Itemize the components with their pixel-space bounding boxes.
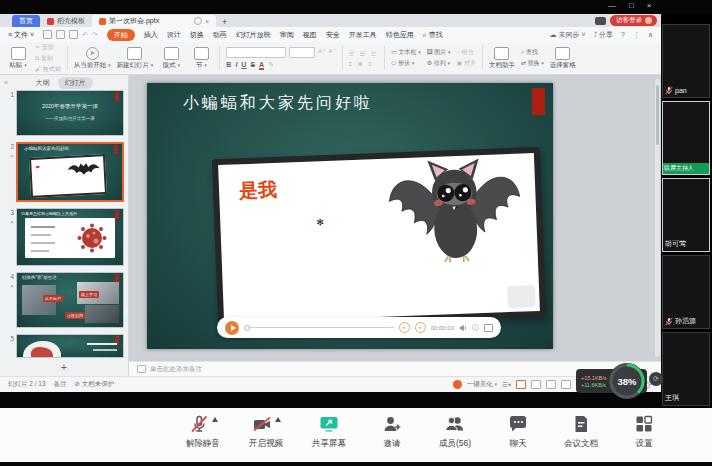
underline-button[interactable]: U	[241, 61, 246, 70]
thumbnail-slide-4[interactable]: 特殊的"寒"假生活 足不出户 线上学习 小区封闭	[16, 272, 124, 328]
normal-view-icon[interactable]	[516, 380, 526, 389]
meeting-docs-button[interactable]: 会议文档	[554, 413, 608, 450]
help-icon[interactable]: ?	[621, 31, 625, 38]
menu-review[interactable]: 审阅	[280, 30, 294, 40]
settings-button[interactable]: 设置	[617, 413, 671, 450]
menu-animation[interactable]: 动画	[213, 30, 227, 40]
notes-pane-icon[interactable]: ☰▾	[502, 381, 511, 389]
menu-transition[interactable]: 切换	[190, 30, 204, 40]
vertical-scrollbar[interactable]	[655, 79, 660, 357]
font-name-box[interactable]	[226, 47, 286, 58]
tab-sync-icon[interactable]	[194, 17, 202, 25]
menu-special-apps[interactable]: 特色应用	[386, 30, 414, 40]
paste-button[interactable]: 粘贴 ▾	[6, 47, 30, 70]
tab-close-icon[interactable]: ×	[205, 18, 209, 25]
font-color-button[interactable]: A	[259, 61, 264, 70]
doc-assistant-button[interactable]: 文档助手	[489, 47, 515, 70]
share-screen-button[interactable]: 共享屏幕	[302, 413, 356, 450]
italic-button[interactable]: I	[235, 61, 237, 70]
save-icon[interactable]	[43, 30, 52, 39]
unmute-button[interactable]: 解除静音	[176, 413, 230, 450]
play-from-current-button[interactable]: 从当前开始 ▾	[74, 47, 111, 70]
thumbnail-slide-2-selected[interactable]: 小蝙蝠和大家先问好啦 ▰	[16, 142, 124, 202]
participant-tile[interactable]: 联席主持人	[662, 101, 710, 175]
start-video-button[interactable]: 开启视频	[239, 413, 293, 450]
menu-file[interactable]: ≡ 文件 ˅	[8, 30, 34, 40]
invite-button[interactable]: 邀请	[365, 413, 419, 450]
info-icon[interactable]: ⓘ	[472, 323, 479, 333]
group-button[interactable]: ○ 组合	[457, 48, 476, 57]
increase-font-icon[interactable]: A⁺	[318, 47, 325, 58]
participant-tile[interactable]: 胡可莺	[662, 178, 710, 252]
scrollbar-thumb[interactable]	[656, 85, 659, 145]
minimize-button[interactable]: —	[608, 1, 616, 10]
participant-tile[interactable]: pan	[662, 24, 710, 98]
menu-security[interactable]: 安全	[326, 30, 340, 40]
share-button[interactable]: ⤴ 分享	[594, 30, 613, 40]
reading-view-icon[interactable]	[546, 380, 556, 389]
participant-tile[interactable]: 王琪	[662, 332, 710, 406]
list-buttons[interactable]: ☰ ☱ ☲	[349, 50, 378, 57]
new-slide-button[interactable]: 新建幻灯片 ▾	[117, 47, 154, 70]
widget-refresh-icon[interactable]: ⟳	[649, 372, 663, 386]
fullscreen-icon[interactable]	[484, 324, 493, 332]
slide-canvas-area[interactable]: 小蝙蝠和大家先问好啦 是我 ✻	[129, 75, 661, 361]
strike-button[interactable]: S	[250, 61, 255, 70]
preview-icon[interactable]	[69, 30, 78, 39]
chat-button[interactable]: 聊天	[491, 413, 545, 450]
members-button[interactable]: 成员(56)	[428, 413, 482, 450]
video-options-arrow[interactable]	[275, 417, 281, 422]
tab-slides[interactable]: 幻灯片	[58, 77, 93, 89]
redo-icon[interactable]: ↷	[92, 31, 98, 39]
undo-icon[interactable]: ↶	[82, 31, 88, 39]
bold-button[interactable]: B	[226, 61, 231, 70]
copy-button[interactable]: ⧉ 复制	[35, 54, 61, 63]
decrease-font-icon[interactable]: A⁻	[329, 47, 336, 58]
section-button[interactable]: 节 ▾	[189, 47, 213, 70]
close-button[interactable]: ×	[647, 1, 652, 10]
highlight-button[interactable]: ✎	[268, 61, 274, 70]
protect-status[interactable]: ⊘ 文档未保护	[75, 380, 115, 389]
menu-design[interactable]: 设计	[167, 30, 181, 40]
font-size-box[interactable]	[289, 47, 315, 58]
seek-track[interactable]	[244, 327, 394, 329]
tab-docer[interactable]: 稻壳模板	[40, 15, 92, 27]
layout-button[interactable]: 版式 ▾	[159, 47, 183, 70]
volume-icon[interactable]	[459, 324, 467, 332]
format-painter-button[interactable]: 🖌 格式刷	[35, 65, 61, 74]
textbox-button[interactable]: ▭ 文本框 ▾	[391, 49, 421, 55]
thumbnail-slide-1[interactable]: 2020年春季开学第一课 ——疫情防控开学第一课	[16, 90, 124, 136]
seek-handle[interactable]	[244, 325, 250, 331]
more-icon[interactable]: ⋮	[633, 31, 640, 39]
media-player-bar[interactable]: « » 00:00:00 ⓘ	[217, 317, 501, 338]
mic-options-arrow[interactable]	[212, 417, 218, 422]
skin-icon[interactable]	[595, 17, 606, 25]
print-icon[interactable]	[56, 30, 65, 39]
thumbnail-slide-5[interactable]	[16, 334, 124, 358]
shape-button[interactable]: ⬭ 形状 ▾	[391, 60, 414, 66]
selection-pane-button[interactable]: 选择窗格	[550, 47, 576, 70]
menu-dev-tools[interactable]: 开发工具	[349, 30, 377, 40]
thumbnail-slide-3[interactable]: 病毒是怎样和小蝙蝠扯上关系的	[16, 208, 124, 266]
seek-back-icon[interactable]: «	[399, 322, 410, 333]
menu-view[interactable]: 视图	[303, 30, 317, 40]
sorter-view-icon[interactable]	[531, 380, 541, 389]
performance-ball[interactable]: 38%	[609, 363, 645, 399]
find-button[interactable]: ⌕ 查找	[521, 48, 544, 57]
cloud-sync-status[interactable]: ☁ 未同步 ˅	[550, 30, 586, 40]
add-slide-button[interactable]: +	[0, 360, 128, 374]
collapse-panel-icon[interactable]: «	[4, 79, 8, 86]
menu-slideshow[interactable]: 幻灯片放映	[236, 30, 271, 40]
tab-home[interactable]: 首页	[12, 15, 40, 27]
seek-forward-icon[interactable]: »	[415, 322, 426, 333]
current-slide[interactable]: 小蝙蝠和大家先问好啦 是我 ✻	[147, 83, 553, 349]
cut-button[interactable]: ✂ 剪切	[35, 43, 61, 52]
slide-whiteboard-panel[interactable]: 是我 ✻	[212, 147, 546, 329]
menu-find[interactable]: ⌕ 查找	[423, 30, 443, 40]
replace-button[interactable]: ⇄ 替换 ▾	[521, 59, 544, 68]
picture-button[interactable]: 🖼 图片 ▾	[427, 49, 451, 55]
slideshow-view-icon[interactable]	[561, 380, 571, 389]
new-tab-button[interactable]: +	[222, 17, 227, 27]
participant-tile[interactable]: 孙浩源	[662, 255, 710, 329]
arrange-button[interactable]: ⚙ 排列 ▾	[427, 60, 450, 66]
